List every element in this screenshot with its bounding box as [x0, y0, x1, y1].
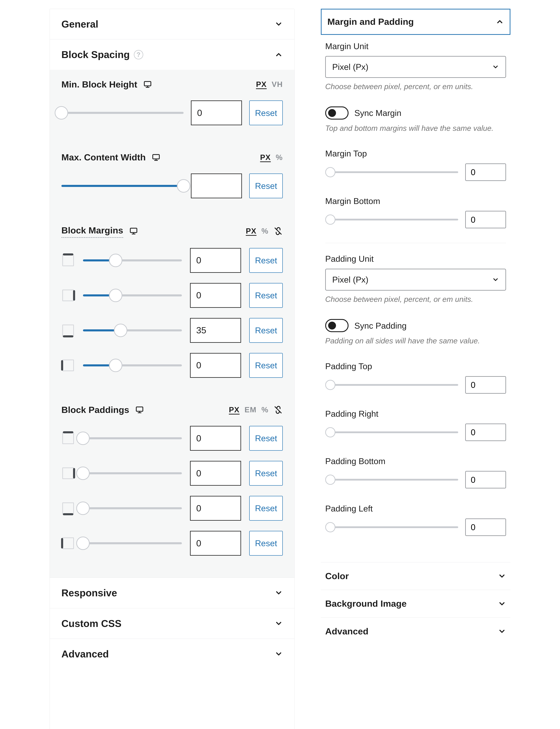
padding-top-slider[interactable] — [325, 384, 458, 386]
padding-right-label: Padding Right — [325, 408, 506, 419]
section-custom-css[interactable]: Custom CSS — [50, 608, 294, 639]
reset-bottom[interactable]: Reset — [249, 496, 283, 521]
slider-handle[interactable] — [114, 324, 127, 337]
slider-handle[interactable] — [325, 522, 335, 532]
slider-top[interactable] — [83, 259, 182, 262]
reset-left[interactable]: Reset — [249, 353, 283, 378]
padding-right-slider[interactable] — [325, 431, 458, 433]
input-right[interactable] — [190, 283, 241, 308]
input-top[interactable] — [190, 248, 241, 273]
section-responsive[interactable]: Responsive — [50, 577, 294, 608]
section-general[interactable]: General — [50, 9, 294, 39]
slider-handle[interactable] — [109, 254, 122, 267]
reset-left[interactable]: Reset — [249, 531, 283, 556]
input-left[interactable] — [190, 531, 241, 556]
unit-percent[interactable]: % — [261, 226, 268, 236]
toggle-dot — [328, 109, 336, 117]
padding-top-input[interactable] — [465, 376, 506, 394]
padding-bottom-input[interactable] — [465, 471, 506, 488]
reset-top[interactable]: Reset — [249, 426, 283, 451]
padding-unit-label: Padding Unit — [325, 253, 506, 264]
edge-bottom-icon — [61, 501, 75, 515]
desktop-icon[interactable] — [134, 405, 145, 414]
padding-bottom-slider[interactable] — [325, 479, 458, 480]
slider-handle[interactable] — [325, 427, 335, 437]
slider-top[interactable] — [83, 437, 182, 439]
desktop-icon[interactable] — [128, 227, 139, 236]
slider-handle[interactable] — [109, 359, 122, 372]
max-content-width-slider[interactable] — [61, 185, 184, 187]
desktop-icon[interactable] — [151, 153, 161, 162]
section-color[interactable]: Color — [321, 562, 510, 590]
slider-right[interactable] — [83, 295, 182, 297]
unit-percent[interactable]: % — [261, 405, 268, 415]
margin-unit-select[interactable]: Pixel (Px) — [325, 56, 506, 78]
chevron-down-icon — [498, 572, 506, 580]
unit-px[interactable]: PX — [229, 405, 239, 415]
slider-handle[interactable] — [55, 106, 68, 120]
sync-margin-hint: Top and bottom margins will have the sam… — [325, 123, 506, 134]
reset-right[interactable]: Reset — [249, 461, 283, 486]
max-content-width-reset[interactable]: Reset — [249, 174, 283, 198]
slider-handle[interactable] — [109, 289, 122, 302]
unit-vh[interactable]: VH — [272, 79, 283, 89]
margin-bottom-slider[interactable] — [325, 219, 458, 221]
padding-left-input[interactable] — [465, 518, 506, 536]
input-bottom[interactable] — [190, 496, 241, 521]
margin-top-input[interactable] — [465, 164, 506, 181]
padding-unit-select[interactable]: Pixel (Px) — [325, 269, 506, 291]
slider-left[interactable] — [83, 364, 182, 366]
sync-margin-toggle[interactable] — [325, 106, 349, 120]
slider-bottom[interactable] — [83, 330, 182, 332]
sync-padding-hint: Padding on all sides will have the same … — [325, 336, 506, 346]
unit-em[interactable]: EM — [245, 405, 257, 415]
input-bottom[interactable] — [190, 318, 241, 343]
reset-bottom[interactable]: Reset — [249, 318, 283, 343]
unlink-icon[interactable] — [273, 405, 283, 414]
reset-top[interactable]: Reset — [249, 248, 283, 273]
side-row-top: Reset — [61, 426, 283, 451]
sync-padding-toggle[interactable] — [325, 319, 349, 332]
min-block-height-input[interactable] — [191, 101, 242, 125]
section-margin-padding[interactable]: Margin and Padding — [321, 9, 510, 35]
slider-handle[interactable] — [177, 179, 190, 193]
input-left[interactable] — [190, 353, 241, 378]
slider-handle[interactable] — [76, 466, 90, 480]
input-top[interactable] — [190, 426, 241, 451]
slider-handle[interactable] — [325, 167, 335, 177]
input-right[interactable] — [190, 461, 241, 486]
slider-handle[interactable] — [76, 501, 90, 515]
slider-handle[interactable] — [325, 380, 335, 390]
min-block-height-reset[interactable]: Reset — [249, 101, 283, 125]
margin-top-label: Margin Top — [325, 148, 506, 159]
section-advanced-right[interactable]: Advanced — [321, 617, 510, 645]
unit-px[interactable]: PX — [260, 153, 271, 162]
unlink-icon[interactable] — [273, 227, 283, 236]
margin-top-slider[interactable] — [325, 171, 458, 173]
unit-px[interactable]: PX — [256, 79, 267, 89]
slider-handle[interactable] — [76, 536, 90, 550]
margin-bottom-input[interactable] — [465, 211, 506, 228]
section-block-spacing[interactable]: Block Spacing ? — [50, 39, 294, 70]
section-responsive-title: Responsive — [61, 586, 117, 599]
edge-top-icon — [61, 431, 75, 445]
padding-left-slider[interactable] — [325, 526, 458, 528]
unit-percent[interactable]: % — [276, 153, 283, 162]
slider-handle[interactable] — [325, 474, 335, 485]
unit-px[interactable]: PX — [246, 226, 256, 236]
section-advanced[interactable]: Advanced — [50, 639, 294, 669]
slider-left[interactable] — [83, 542, 182, 544]
slider-handle[interactable] — [325, 215, 335, 225]
slider-right[interactable] — [83, 472, 182, 474]
reset-right[interactable]: Reset — [249, 283, 283, 308]
slider-bottom[interactable] — [83, 507, 182, 509]
margin-unit-label: Margin Unit — [325, 41, 506, 52]
padding-right-input[interactable] — [465, 423, 506, 441]
side-row-left: Reset — [61, 353, 283, 378]
desktop-icon[interactable] — [142, 80, 153, 89]
max-content-width-input[interactable] — [191, 174, 242, 198]
min-block-height-slider[interactable] — [61, 112, 184, 114]
section-background-image[interactable]: Background Image — [321, 590, 510, 617]
slider-handle[interactable] — [76, 431, 90, 445]
help-icon[interactable]: ? — [134, 50, 143, 59]
